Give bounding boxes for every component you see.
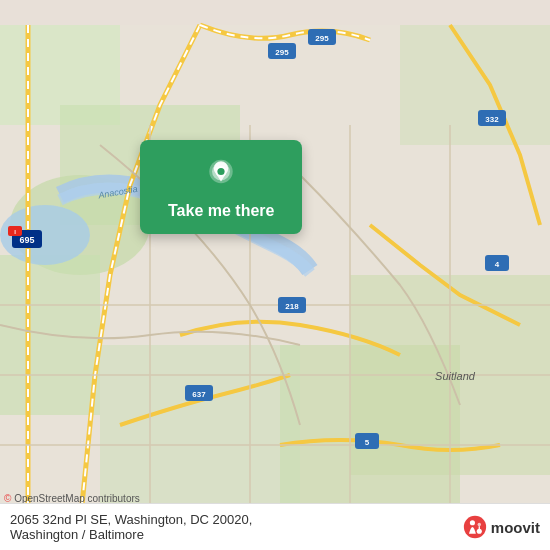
location-pin-icon	[203, 158, 239, 194]
svg-text:4: 4	[495, 260, 500, 269]
address-line1: 2065 32nd Pl SE, Washington, DC 20020,	[10, 512, 252, 527]
svg-text:5: 5	[365, 438, 370, 447]
svg-point-47	[477, 523, 480, 526]
svg-text:332: 332	[485, 115, 499, 124]
take-me-there-overlay[interactable]: Take me there	[140, 140, 302, 234]
map-container: 695 I 295 295 332 4 218 637 5 Suitland A…	[0, 0, 550, 550]
svg-text:Suitland: Suitland	[435, 370, 476, 382]
svg-text:218: 218	[285, 302, 299, 311]
svg-point-43	[218, 168, 225, 175]
svg-point-44	[464, 516, 486, 538]
svg-text:295: 295	[275, 48, 289, 57]
address-text: 2065 32nd Pl SE, Washington, DC 20020, W…	[10, 512, 463, 542]
moovit-brand-icon	[463, 515, 487, 539]
brand-name: moovit	[491, 519, 540, 536]
svg-text:695: 695	[19, 235, 34, 245]
take-me-there-button[interactable]: Take me there	[168, 202, 274, 220]
svg-text:295: 295	[315, 34, 329, 43]
bottom-bar: 2065 32nd Pl SE, Washington, DC 20020, W…	[0, 503, 550, 550]
map-background: 695 I 295 295 332 4 218 637 5 Suitland A…	[0, 0, 550, 550]
address-line2: Washington / Baltimore	[10, 527, 144, 542]
moovit-logo: moovit	[463, 515, 540, 539]
svg-text:637: 637	[192, 390, 206, 399]
svg-rect-8	[400, 25, 550, 145]
take-me-there-card[interactable]: Take me there	[140, 140, 302, 234]
svg-point-45	[470, 520, 475, 525]
